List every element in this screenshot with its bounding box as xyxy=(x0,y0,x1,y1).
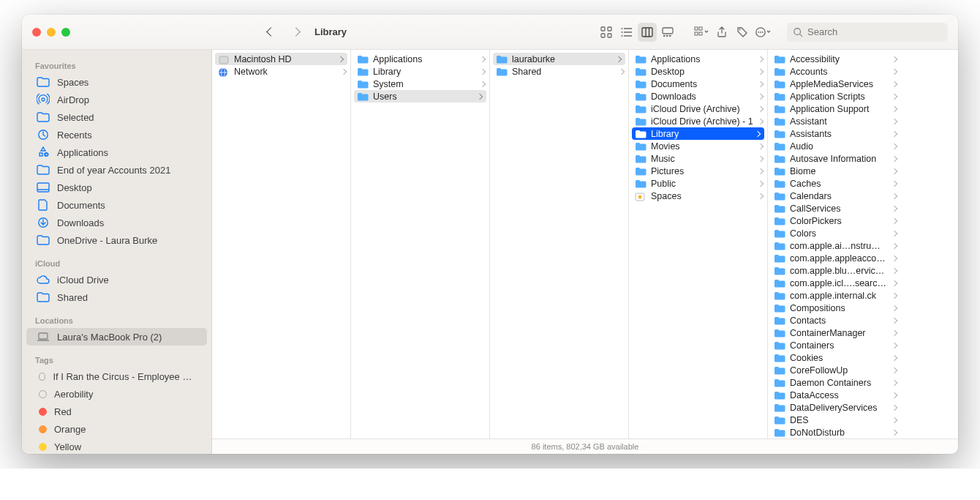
file-row[interactable]: Library xyxy=(632,127,764,140)
icon-view-button[interactable] xyxy=(597,23,616,42)
file-row[interactable]: System xyxy=(351,78,489,90)
file-row[interactable]: Network xyxy=(212,65,350,78)
sidebar-item[interactable]: iCloud Drive xyxy=(26,271,207,288)
file-row[interactable]: Pictures xyxy=(629,165,767,177)
file-row[interactable]: Applications xyxy=(351,53,489,65)
file-row[interactable]: Assistant xyxy=(768,115,901,127)
file-row[interactable]: Containers xyxy=(768,339,901,351)
file-row-label: Compositions xyxy=(790,303,888,313)
sidebar-item[interactable]: If I Ran the Circus - Employee brainstor… xyxy=(26,367,207,385)
sidebar-item[interactable]: End of year Accounts 2021 xyxy=(26,161,207,179)
sidebar-item[interactable]: Desktop xyxy=(26,179,207,196)
file-row[interactable]: Compositions xyxy=(768,302,901,314)
file-row[interactable]: DoNotDisturb xyxy=(768,426,901,439)
file-row[interactable]: Shared xyxy=(490,65,628,78)
file-row[interactable]: ContainerManager xyxy=(768,327,901,339)
file-row[interactable]: Spaces xyxy=(629,190,767,202)
sidebar-item[interactable]: Applications xyxy=(26,143,207,161)
file-row[interactable]: com.apple.appleaccountd xyxy=(768,252,901,264)
list-view-button[interactable] xyxy=(617,23,636,42)
column-view-button[interactable] xyxy=(638,23,657,42)
file-row-label: Public xyxy=(651,179,754,189)
file-row[interactable]: Audio xyxy=(768,140,901,152)
file-row[interactable]: com.apple.internal.ck xyxy=(768,289,901,302)
sidebar-item[interactable]: Selected xyxy=(26,108,207,126)
sidebar-item-label: iCloud Drive xyxy=(57,275,109,286)
folder-icon xyxy=(774,92,785,101)
sidebar-item[interactable]: Downloads xyxy=(26,214,207,231)
close-button[interactable] xyxy=(32,28,41,37)
file-row[interactable]: Accessibility xyxy=(768,53,901,65)
file-row[interactable]: Accounts xyxy=(768,65,901,78)
forward-button[interactable] xyxy=(287,23,304,41)
folder-icon xyxy=(774,67,785,76)
folder-icon xyxy=(635,142,647,151)
file-row[interactable]: ColorPickers xyxy=(768,214,901,227)
file-row-label: lauraburke xyxy=(512,54,612,64)
svg-rect-19 xyxy=(699,27,702,30)
file-row-label: ContainerManager xyxy=(790,328,888,338)
file-row[interactable]: Library xyxy=(351,65,489,78)
sidebar-item[interactable]: Laura's MacBook Pro (2) xyxy=(26,328,207,346)
chevron-right-icon xyxy=(892,143,897,149)
file-row[interactable]: Music xyxy=(629,152,767,165)
apps-icon xyxy=(37,146,50,158)
file-row[interactable]: Calendars xyxy=(768,190,901,202)
file-row[interactable]: Movies xyxy=(629,140,767,152)
zoom-button[interactable] xyxy=(61,28,70,37)
sidebar-item[interactable]: Recents xyxy=(26,126,207,143)
file-row[interactable]: Autosave Information xyxy=(768,152,901,165)
file-row[interactable]: Public xyxy=(629,177,767,190)
sidebar-item[interactable]: OneDrive - Laura Burke xyxy=(26,231,207,249)
file-row[interactable]: Biome xyxy=(768,165,901,177)
file-row[interactable]: Downloads xyxy=(629,90,767,102)
sidebar-item[interactable]: Documents xyxy=(26,196,207,214)
file-row[interactable]: Desktop xyxy=(629,65,767,78)
sidebar-item[interactable]: Spaces xyxy=(26,73,207,91)
file-row[interactable]: Application Support xyxy=(768,102,901,115)
file-row[interactable]: Application Scripts xyxy=(768,90,901,102)
chevron-right-icon xyxy=(892,280,897,286)
sidebar: FavouritesSpacesAirDropSelectedRecentsAp… xyxy=(22,50,212,454)
file-row[interactable]: Daemon Containers xyxy=(768,376,901,389)
file-row[interactable]: DataAccess xyxy=(768,389,901,401)
sidebar-item[interactable]: Red xyxy=(26,403,207,420)
sidebar-item[interactable]: Yellow xyxy=(26,438,207,454)
file-row[interactable]: Assistants xyxy=(768,127,901,140)
chevron-right-icon xyxy=(892,68,897,74)
file-row[interactable]: Documents xyxy=(629,78,767,90)
file-row[interactable]: lauraburke xyxy=(493,53,625,65)
share-button[interactable] xyxy=(712,23,731,42)
gallery-icon xyxy=(662,26,674,38)
minimize-button[interactable] xyxy=(47,28,56,37)
file-row-label: Spaces xyxy=(651,191,754,201)
file-row[interactable]: Colors xyxy=(768,227,901,239)
file-row[interactable]: CallServices xyxy=(768,202,901,214)
file-row[interactable]: Applications xyxy=(629,53,767,65)
sidebar-item[interactable]: Orange xyxy=(26,420,207,438)
tags-button[interactable] xyxy=(733,23,752,42)
file-row[interactable]: Contacts xyxy=(768,314,901,327)
file-row[interactable]: AppleMediaServices xyxy=(768,78,901,90)
file-row[interactable]: CoreFollowUp xyxy=(768,364,901,376)
file-row[interactable]: Cookies xyxy=(768,351,901,364)
file-row[interactable]: Macintosh HD xyxy=(215,53,347,65)
gallery-view-button[interactable] xyxy=(658,23,677,42)
file-row[interactable]: iCloud Drive (Archive) xyxy=(629,102,767,115)
group-by-button[interactable] xyxy=(692,23,711,42)
back-button[interactable] xyxy=(262,23,279,41)
search-input[interactable] xyxy=(787,23,948,42)
file-row[interactable]: Caches xyxy=(768,177,901,190)
file-row[interactable]: com.apple.icl….searchpartyd xyxy=(768,277,901,289)
file-row[interactable]: com.apple.ai…nstrumentation xyxy=(768,239,901,252)
sidebar-item[interactable]: Shared xyxy=(26,288,207,306)
sidebar-item[interactable]: AirDrop xyxy=(26,91,207,108)
action-menu-button[interactable] xyxy=(753,23,772,42)
file-row[interactable]: DES xyxy=(768,414,901,426)
sidebar-item[interactable]: Aerobility xyxy=(26,385,207,403)
file-row[interactable]: com.apple.blu…ervices.cloud xyxy=(768,264,901,277)
file-row[interactable]: Users xyxy=(354,90,486,102)
file-row[interactable]: DataDeliveryServices xyxy=(768,401,901,414)
file-row[interactable]: iCloud Drive (Archive) - 1 xyxy=(629,115,767,127)
folder-icon xyxy=(774,204,785,213)
